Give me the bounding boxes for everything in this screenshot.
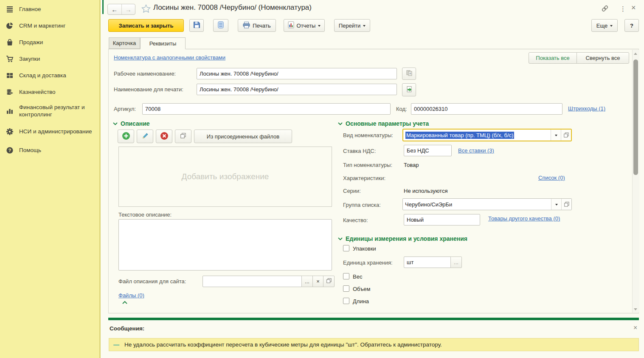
group-value: Черубино/СиЭрБи	[403, 199, 551, 210]
delete-image-button[interactable]	[156, 130, 172, 143]
goto-button[interactable]: Перейти	[334, 19, 370, 32]
link-icon[interactable]	[601, 5, 609, 14]
reports-button[interactable]: Отчеты	[284, 19, 325, 32]
units-section-header[interactable]: Единицы измерения и условия хранения	[338, 235, 467, 242]
sidebar-item-financial-result[interactable]: Финансовый результат и контроллинг	[0, 100, 99, 121]
scrollbar-thumb[interactable]	[633, 59, 638, 175]
volume-checkbox[interactable]	[343, 285, 349, 292]
structure-list-button[interactable]	[213, 19, 228, 32]
sidebar-item-sales[interactable]: Продажи	[0, 34, 99, 51]
working-name-input[interactable]: Лосины жен. 70008 /Черубино/	[197, 68, 397, 79]
kind-field[interactable]: Маркированный товар (пр. ТМЦ) (б/х, б/с)	[402, 129, 572, 141]
scrollbar-up-arrow[interactable]	[634, 53, 637, 55]
open-image-button[interactable]	[175, 130, 191, 143]
similar-nomenclature-link[interactable]: Номенклатура с аналогичными свойствами	[114, 54, 225, 61]
weight-label: Вес	[353, 273, 362, 280]
product-image-dropzone[interactable]: Добавить изображение	[118, 147, 332, 207]
characteristics-list-link[interactable]: Список (0)	[538, 175, 565, 181]
edit-image-button[interactable]	[137, 130, 153, 143]
sidebar-item-nsi-admin[interactable]: НСИ и администрирование	[0, 121, 99, 142]
printer-icon	[243, 22, 250, 30]
menu-icon	[5, 6, 14, 13]
cart-icon	[5, 55, 14, 63]
kind-dropdown-button[interactable]	[551, 130, 561, 141]
all-vat-rates-link[interactable]: Все ставки (3)	[458, 147, 494, 154]
save-button[interactable]	[189, 19, 204, 32]
message-dash-icon: —	[113, 341, 119, 348]
window-close-icon[interactable]: ×	[631, 4, 636, 11]
units-section-title: Единицы измерения и условия хранения	[346, 235, 467, 242]
group-field[interactable]: Черубино/СиЭрБи	[402, 198, 572, 210]
more-menu-icon[interactable]: ⋮	[620, 5, 626, 13]
description-section-header[interactable]: Описание	[113, 120, 150, 127]
barcodes-link[interactable]: Штрихкоды (1)	[568, 105, 605, 112]
sidebar-item-purchases[interactable]: Закупки	[0, 51, 99, 67]
site-file-open-button[interactable]	[323, 276, 335, 287]
storage-unit-browse-button[interactable]: ...	[450, 257, 462, 268]
characteristics-label: Характеристики:	[343, 175, 385, 181]
messages-close-icon[interactable]: ×	[633, 324, 637, 332]
tab-card[interactable]: Карточка	[109, 37, 140, 49]
chevron-down-icon	[610, 25, 613, 27]
back-arrow-icon: ←	[111, 6, 118, 13]
storage-unit-input[interactable]: шт	[404, 257, 451, 268]
copy-pages-icon	[406, 70, 413, 78]
sidebar-item-crm[interactable]: CRM и маркетинг	[0, 17, 99, 34]
scrollbar-down-arrow[interactable]	[634, 308, 637, 310]
ellipsis-icon: ...	[454, 259, 458, 265]
packages-checkbox[interactable]	[343, 245, 349, 251]
add-image-button[interactable]	[118, 130, 134, 143]
favorite-star-icon[interactable]	[141, 4, 151, 14]
article-input[interactable]: 70008	[142, 103, 391, 115]
accounting-section-header[interactable]: Основные параметры учета	[338, 120, 429, 127]
site-file-browse-button[interactable]: ...	[301, 276, 313, 287]
sidebar-item-help[interactable]: ? Помощь	[0, 142, 99, 158]
page-green-arrow-icon	[406, 86, 413, 94]
message-bar[interactable]: — Не удалось рассчитать коэффициент пере…	[109, 338, 639, 351]
from-attached-files-label: Из присоединенных файлов	[207, 133, 279, 140]
text-description-textarea[interactable]	[118, 219, 332, 271]
other-quality-goods-link[interactable]: Товары другого качества (0)	[488, 215, 565, 223]
quality-input[interactable]: Новый	[404, 214, 480, 226]
series-label: Серии:	[343, 188, 361, 194]
accounting-section-title: Основные параметры учета	[346, 120, 429, 127]
fill-print-name-button[interactable]	[402, 83, 416, 96]
section-chevron-icon	[338, 237, 343, 240]
tab-requisites[interactable]: Реквизиты	[140, 37, 186, 49]
sidebar-item-label: Казначейство	[19, 88, 56, 96]
forward-arrow-icon: →	[125, 6, 132, 13]
messages-splitter[interactable]	[108, 318, 639, 320]
print-label: Печать	[253, 23, 271, 29]
section-chevron-icon	[113, 122, 118, 125]
weight-checkbox[interactable]	[343, 273, 349, 279]
length-checkbox[interactable]	[343, 298, 349, 304]
chevron-down-icon	[318, 25, 321, 27]
kind-open-button[interactable]	[561, 130, 571, 141]
print-name-input[interactable]: Лосины жен. 70008 /Черубино/	[197, 84, 397, 95]
vat-input[interactable]: Без НДС	[404, 145, 452, 156]
group-dropdown-button[interactable]	[551, 199, 561, 210]
show-all-button[interactable]: Показать все	[529, 52, 577, 64]
from-attached-files-button[interactable]: Из присоединенных файлов	[194, 130, 292, 143]
site-file-clear-button[interactable]: ×	[312, 276, 323, 287]
red-x-circle-icon	[160, 132, 169, 141]
ellipsis-icon: ...	[305, 278, 309, 285]
sidebar-item-main[interactable]: Главное	[0, 1, 99, 17]
sidebar-item-label: Закупки	[19, 55, 40, 62]
group-open-button[interactable]	[561, 199, 571, 210]
back-button[interactable]: ←	[108, 4, 122, 14]
code-input[interactable]: 00000026310	[411, 103, 562, 115]
forward-button[interactable]: →	[122, 4, 135, 14]
volume-label: Объем	[353, 286, 370, 292]
more-actions-button[interactable]: Еще	[591, 19, 618, 32]
files-link[interactable]: Файлы (0)	[118, 292, 144, 299]
print-button[interactable]: Печать	[238, 19, 276, 32]
sidebar-item-warehouse[interactable]: Склад и доставка	[0, 67, 99, 84]
help-button[interactable]: ?	[624, 19, 639, 32]
sidebar-item-treasury[interactable]: Казначейство	[0, 84, 99, 100]
copy-name-button[interactable]	[402, 68, 416, 80]
site-file-input[interactable]	[202, 276, 302, 287]
collapse-all-button[interactable]: Свернуть все	[577, 52, 629, 64]
save-and-close-button[interactable]: Записать и закрыть	[108, 19, 184, 32]
collapse-all-label: Свернуть все	[585, 55, 620, 61]
